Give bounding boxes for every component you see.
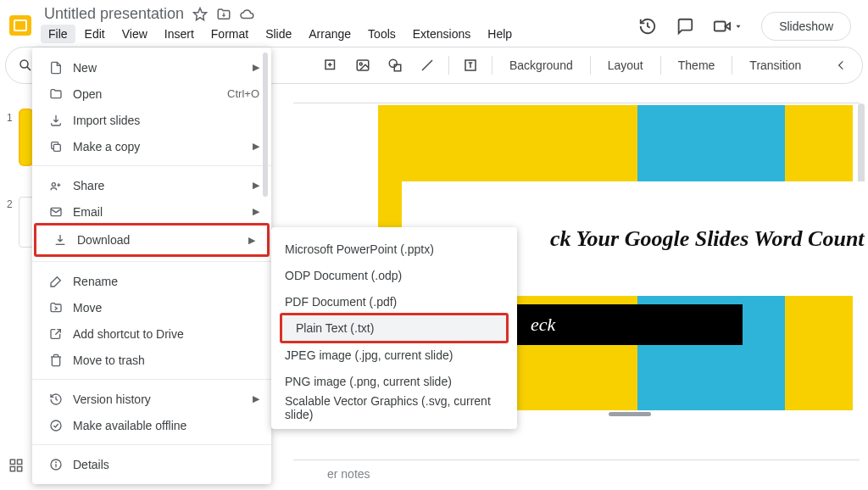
insert-image-icon[interactable] [348,51,377,80]
slideshow-button[interactable]: Slideshow [761,12,851,41]
file-open-label: Open [66,87,227,101]
share-icon [46,179,66,192]
slide-subtitle-box: eck [480,304,743,345]
file-details-label: Details [66,458,259,471]
file-details[interactable]: Details [32,451,271,477]
theme-button[interactable]: Theme [668,58,726,72]
file-new-label: New [66,61,253,75]
download-jpg[interactable]: JPEG image (.jpg, current slide) [271,342,517,368]
file-email[interactable]: Email ▶ [32,198,271,225]
menu-edit[interactable]: Edit [77,25,113,43]
menu-insert[interactable]: Insert [157,25,202,43]
file-import-slides[interactable]: Import slides [32,107,271,133]
svg-marker-3 [737,25,741,28]
menu-file[interactable]: File [41,25,75,43]
insert-shape-icon[interactable] [381,51,409,80]
file-move[interactable]: Move [32,294,271,320]
submenu-arrow-icon: ▶ [253,393,259,404]
download-svg[interactable]: Scalable Vector Graphics (.svg, current … [271,394,517,420]
svg-point-12 [359,63,362,65]
trash-icon [46,354,66,367]
submenu-arrow-icon: ▶ [248,235,255,246]
download-pptx[interactable]: Microsoft PowerPoint (.pptx) [271,236,517,262]
thumb-number-1: 1 [7,112,13,124]
menu-view[interactable]: View [114,25,155,43]
menu-bar: File Edit View Insert Format Slide Arran… [41,25,637,43]
menu-extensions[interactable]: Extensions [405,25,478,43]
svg-point-24 [52,182,55,186]
file-version-history[interactable]: Version history ▶ [32,386,271,412]
download-txt-highlight: Plain Text (.txt) [280,313,509,343]
info-icon [46,458,66,471]
svg-point-13 [389,59,397,67]
comments-icon[interactable] [675,16,695,36]
file-open[interactable]: Open Ctrl+O [32,81,271,107]
download-txt[interactable]: Plain Text (.txt) [282,315,506,341]
svg-rect-14 [394,64,401,71]
svg-point-32 [56,462,57,463]
file-download-label: Download [70,233,248,247]
file-trash[interactable]: Move to trash [32,347,271,373]
shortcut-icon [46,327,66,341]
file-rename[interactable]: Rename [32,268,271,294]
menu-slide[interactable]: Slide [258,25,299,43]
move-to-folder-icon[interactable] [216,7,231,22]
menu-tools[interactable]: Tools [360,25,403,43]
email-icon [46,205,66,219]
insert-textbox-icon[interactable] [456,51,485,80]
menu-help[interactable]: Help [480,25,520,43]
file-offline[interactable]: Make available offline [32,412,271,438]
toolbar-collapse-icon[interactable] [830,54,852,76]
present-camera-icon[interactable] [712,16,732,36]
svg-rect-23 [53,144,60,151]
menu-arrange[interactable]: Arrange [301,25,359,43]
folder-icon [46,87,66,101]
svg-point-29 [51,420,61,431]
caret-down-icon[interactable] [732,16,744,36]
doc-title[interactable]: Untitled presentation [44,5,184,23]
splitter-handle[interactable] [609,412,651,416]
submenu-arrow-icon: ▶ [253,62,259,73]
move-icon [46,301,66,315]
menu-scrollbar[interactable] [263,53,268,197]
grid-view-icon[interactable] [8,458,24,473]
menu-format[interactable]: Format [203,25,256,43]
file-download[interactable]: Download ▶ [36,226,267,254]
file-trash-label: Move to trash [66,354,259,367]
background-button[interactable]: Background [499,58,583,72]
submenu-arrow-icon: ▶ [253,141,259,152]
file-make-copy[interactable]: Make a copy ▶ [32,133,271,159]
svg-rect-21 [10,467,14,471]
transition-button[interactable]: Transition [739,58,811,72]
download-submenu: Microsoft PowerPoint (.pptx) ODP Documen… [271,227,517,429]
svg-rect-19 [10,459,14,464]
file-share-label: Share [66,179,253,192]
speaker-notes[interactable]: er notes [293,459,860,490]
insert-line-icon[interactable] [413,51,442,80]
layout-button[interactable]: Layout [598,58,654,72]
rename-icon [46,275,66,288]
file-copy-label: Make a copy [66,140,253,153]
file-shortcut-label: Add shortcut to Drive [66,327,259,341]
svg-line-5 [27,67,31,70]
file-share[interactable]: Share ▶ [32,172,271,198]
file-open-hint: Ctrl+O [227,87,259,100]
download-odp[interactable]: ODP Document (.odp) [271,262,517,288]
thumb-number-2: 2 [7,198,13,210]
app-logo[interactable] [5,10,36,41]
file-new[interactable]: New ▶ [32,54,271,81]
file-icon [46,61,66,75]
star-icon[interactable] [192,7,208,22]
download-pdf[interactable]: PDF Document (.pdf) [271,288,517,315]
svg-rect-22 [18,467,22,471]
horizontal-ruler [293,90,860,103]
file-move-label: Move [66,301,259,315]
cloud-status-icon[interactable] [240,7,255,22]
history-icon[interactable] [637,16,658,36]
copy-icon [46,140,66,153]
file-offline-label: Make available offline [66,419,259,432]
zoom-icon[interactable] [316,51,345,80]
history-icon [46,393,66,406]
file-add-shortcut[interactable]: Add shortcut to Drive [32,320,271,347]
download-png[interactable]: PNG image (.png, current slide) [271,368,517,394]
